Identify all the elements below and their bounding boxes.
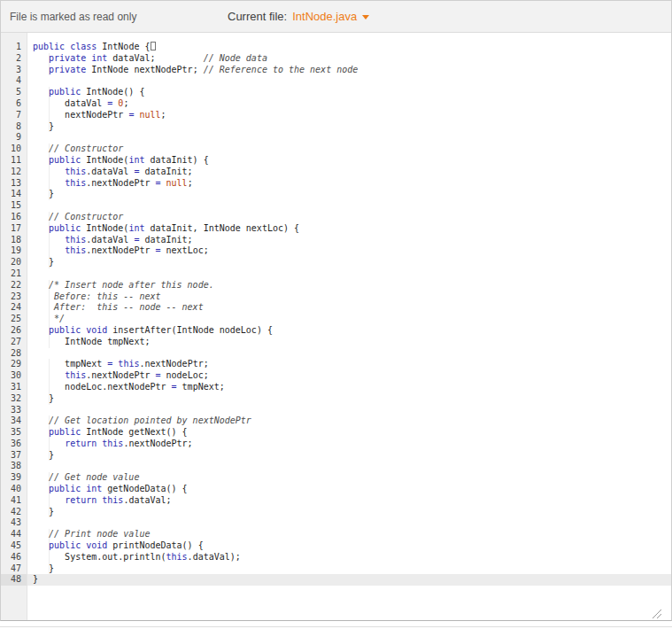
line-number: 48 bbox=[1, 574, 27, 586]
code-token bbox=[33, 155, 49, 165]
code-line[interactable] bbox=[27, 268, 671, 280]
code-token: .dataVal; bbox=[123, 495, 171, 505]
code-token: dataInit) { bbox=[144, 155, 208, 165]
code-line[interactable] bbox=[27, 200, 671, 212]
code-line[interactable]: tmpNext = this.nextNodePtr; bbox=[27, 359, 671, 370]
line-number: 18 bbox=[1, 235, 27, 246]
code-line[interactable]: public IntNode(int dataInit, IntNode nex… bbox=[27, 223, 671, 235]
code-line[interactable]: private int dataVal; // Node data bbox=[27, 53, 671, 65]
code-line[interactable] bbox=[27, 461, 671, 472]
code-line[interactable]: } bbox=[27, 257, 671, 268]
indent-guide bbox=[49, 144, 50, 155]
indent-guide bbox=[49, 235, 50, 246]
code-editor-panel: File is marked as read only Current file… bbox=[0, 0, 672, 621]
code-line[interactable] bbox=[27, 75, 671, 87]
resize-handle[interactable] bbox=[651, 607, 662, 618]
code-token: System.out.println( bbox=[33, 552, 166, 562]
code-token: public bbox=[33, 42, 65, 51]
code-token: .nextNodePtr; bbox=[139, 359, 208, 369]
code-line[interactable]: } bbox=[27, 563, 671, 575]
code-line[interactable]: System.out.println(this.dataVal); bbox=[27, 552, 671, 563]
indent-guide bbox=[49, 359, 50, 370]
line-number: 39 bbox=[1, 472, 27, 484]
code-line[interactable]: } bbox=[27, 574, 671, 586]
code-line[interactable]: public int getNodeData() { bbox=[27, 484, 671, 495]
code-line[interactable]: } bbox=[27, 507, 671, 518]
read-only-notice: File is marked as read only bbox=[10, 11, 136, 23]
code-line[interactable]: return this.nextNodePtr; bbox=[27, 439, 671, 450]
code-line[interactable]: public class IntNode { bbox=[27, 42, 671, 53]
code-line[interactable]: this.dataVal = dataInit; bbox=[27, 235, 671, 246]
line-number: 7 bbox=[1, 110, 27, 121]
indent-guide bbox=[49, 245, 50, 257]
code-line[interactable] bbox=[27, 348, 671, 360]
code-line[interactable]: public IntNode() { bbox=[27, 87, 671, 98]
indent-guide bbox=[49, 472, 50, 484]
code-line[interactable]: After: this -- node -- next bbox=[27, 302, 671, 314]
code-token bbox=[33, 144, 49, 153]
code-line[interactable]: public void printNodeData() { bbox=[27, 540, 671, 552]
line-number: 1 bbox=[1, 42, 27, 53]
code-line[interactable]: this.nextNodePtr = nodeLoc; bbox=[27, 370, 671, 382]
text-cursor bbox=[151, 42, 156, 50]
file-selector[interactable]: Current file: IntNode.java bbox=[228, 10, 369, 23]
code-line[interactable]: */ bbox=[27, 314, 671, 325]
code-token: } bbox=[33, 121, 54, 131]
code-token bbox=[33, 427, 49, 437]
code-line[interactable]: return this.dataVal; bbox=[27, 495, 671, 507]
line-number: 44 bbox=[1, 529, 27, 540]
code-token: IntNode { bbox=[97, 42, 150, 51]
code-line[interactable]: } bbox=[27, 121, 671, 133]
code-line[interactable]: this.nextNodePtr = null; bbox=[27, 178, 671, 190]
code-line[interactable]: Before: this -- next bbox=[27, 291, 671, 303]
code-line[interactable]: private IntNode nextNodePtr; // Referenc… bbox=[27, 65, 671, 76]
indent-guide bbox=[49, 223, 50, 235]
indent-guide bbox=[49, 393, 50, 405]
code-line[interactable]: // Get node value bbox=[27, 472, 671, 484]
code-token: public bbox=[49, 427, 81, 437]
code-token: int bbox=[91, 53, 107, 63]
code-line[interactable]: } bbox=[27, 189, 671, 200]
code-line[interactable] bbox=[27, 405, 671, 416]
line-number: 37 bbox=[1, 450, 27, 462]
code-token: .nextNodePtr bbox=[86, 370, 155, 380]
code-lines[interactable]: public class IntNode { private int dataV… bbox=[27, 33, 671, 620]
code-line[interactable]: this.dataVal = dataInit; bbox=[27, 167, 671, 178]
indent-guide bbox=[49, 495, 50, 507]
line-number: 21 bbox=[1, 268, 27, 280]
indent-guide bbox=[49, 337, 50, 348]
code-line[interactable]: this.nextNodePtr = nextLoc; bbox=[27, 245, 671, 257]
line-number: 22 bbox=[1, 280, 27, 291]
code-line[interactable]: // Constructor bbox=[27, 144, 671, 155]
current-file-label: Current file: bbox=[228, 10, 287, 23]
code-line[interactable]: public IntNode(int dataInit) { bbox=[27, 155, 671, 167]
code-line[interactable]: /* Insert node after this node. bbox=[27, 280, 671, 291]
code-token: // Reference to the next node bbox=[204, 65, 359, 74]
code-line[interactable]: public IntNode getNext() { bbox=[27, 427, 671, 439]
code-line[interactable]: // Get location pointed by nextNodePtr bbox=[27, 415, 671, 427]
code-line[interactable]: public void insertAfter(IntNode nodeLoc)… bbox=[27, 325, 671, 337]
code-line[interactable] bbox=[27, 132, 671, 144]
line-number: 15 bbox=[1, 200, 27, 212]
line-number: 12 bbox=[1, 167, 27, 178]
code-token: dataInit, IntNode nextLoc) { bbox=[144, 223, 299, 233]
code-line[interactable] bbox=[27, 517, 671, 529]
code-line[interactable]: nextNodePtr = null; bbox=[27, 110, 671, 121]
code-line[interactable]: } bbox=[27, 450, 671, 462]
code-token: .nextNodePtr; bbox=[123, 439, 192, 448]
code-token bbox=[33, 280, 49, 290]
code-line[interactable]: // Print node value bbox=[27, 529, 671, 540]
code-line[interactable]: nodeLoc.nextNodePtr = tmpNext; bbox=[27, 382, 671, 393]
code-token: // Print node value bbox=[49, 529, 150, 539]
code-token: int bbox=[86, 484, 102, 493]
line-number: 32 bbox=[1, 393, 27, 405]
code-line[interactable]: // Constructor bbox=[27, 212, 671, 223]
code-line[interactable]: } bbox=[27, 393, 671, 405]
code-token: this bbox=[65, 245, 86, 255]
code-line[interactable]: IntNode tmpNext; bbox=[27, 337, 671, 348]
line-number: 6 bbox=[1, 98, 27, 110]
code-editor[interactable]: 1234567891011121314151617181920212223242… bbox=[1, 33, 671, 620]
line-number: 41 bbox=[1, 495, 27, 507]
resize-grip-icon bbox=[651, 608, 662, 619]
code-line[interactable]: dataVal = 0; bbox=[27, 98, 671, 110]
